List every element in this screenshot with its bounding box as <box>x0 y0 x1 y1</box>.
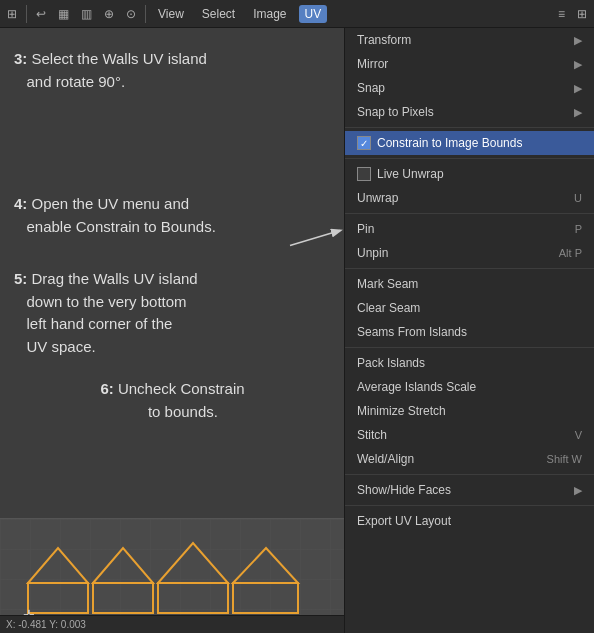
menu-image[interactable]: Image <box>247 5 292 23</box>
menu-item-weld-align-label: Weld/Align <box>357 452 547 466</box>
menu-item-unwrap-label: Unwrap <box>357 191 574 205</box>
menu-item-export-uv[interactable]: Export UV Layout <box>345 509 594 533</box>
menu-item-snap-to-pixels-label: Snap to Pixels <box>357 105 574 119</box>
menu-item-seams-from-islands-label: Seams From Islands <box>357 325 582 339</box>
menu-item-snap-label: Snap <box>357 81 574 95</box>
instruction-4: 4: Open the UV menu and enable Constrain… <box>14 193 331 238</box>
toolbar-separator-2 <box>145 5 146 23</box>
menu-checkbox-constrain <box>357 136 371 150</box>
svg-rect-7 <box>158 583 228 613</box>
step-6-text: Uncheck Constrain to bounds. <box>118 380 245 420</box>
menu-item-clear-seam[interactable]: Clear Seam <box>345 296 594 320</box>
menu-item-average-islands-scale[interactable]: Average Islands Scale <box>345 375 594 399</box>
step-4-label: 4: <box>14 195 27 212</box>
coordinates: X: -0.481 Y: 0.003 <box>6 619 86 630</box>
menu-item-transform-label: Transform <box>357 33 574 47</box>
menu-select[interactable]: Select <box>196 5 241 23</box>
toolbar-icon-zoom[interactable]: ⊕ <box>101 7 117 21</box>
menu-item-mirror[interactable]: Mirror ▶ <box>345 52 594 76</box>
menu-uv[interactable]: UV <box>299 5 328 23</box>
menu-item-stitch-shortcut: V <box>575 429 582 441</box>
svg-marker-4 <box>93 548 153 583</box>
toolbar-icon-view[interactable]: ▦ <box>55 7 72 21</box>
svg-rect-5 <box>93 583 153 613</box>
menu-item-average-islands-scale-label: Average Islands Scale <box>357 380 582 394</box>
menu-item-weld-align[interactable]: Weld/Align Shift W <box>345 447 594 471</box>
menu-item-transform-arrow: ▶ <box>574 34 582 47</box>
toolbar-icon-mode[interactable]: ▥ <box>78 7 95 21</box>
menu-item-stitch-label: Stitch <box>357 428 575 442</box>
menu-item-live-unwrap[interactable]: Live Unwrap <box>345 162 594 186</box>
step-3-label: 3: <box>14 50 27 67</box>
menu-item-unwrap-shortcut: U <box>574 192 582 204</box>
toolbar-icon-more[interactable]: ⊞ <box>574 7 590 21</box>
uv-dropdown-menu: Transform ▶ Mirror ▶ Snap ▶ Snap to Pixe… <box>344 28 594 633</box>
toolbar-icon-undo[interactable]: ↩ <box>33 7 49 21</box>
menu-item-pin-shortcut: P <box>575 223 582 235</box>
svg-marker-2 <box>28 548 88 583</box>
svg-rect-9 <box>233 583 298 613</box>
step-3-text: Select the Walls UV island and rotate 90… <box>14 50 207 90</box>
top-toolbar: ⊞ ↩ ▦ ▥ ⊕ ⊙ View Select Image UV ≡ ⊞ <box>0 0 594 28</box>
menu-item-unpin-shortcut: Alt P <box>559 247 582 259</box>
menu-item-constrain-label: Constrain to Image Bounds <box>377 136 582 150</box>
menu-item-show-hide-faces[interactable]: Show/Hide Faces ▶ <box>345 478 594 502</box>
menu-item-snap-arrow: ▶ <box>574 82 582 95</box>
menu-item-seams-from-islands[interactable]: Seams From Islands <box>345 320 594 344</box>
menu-item-export-uv-label: Export UV Layout <box>357 514 582 528</box>
menu-item-stitch[interactable]: Stitch V <box>345 423 594 447</box>
coords-bar: X: -0.481 Y: 0.003 <box>0 615 345 633</box>
menu-item-show-hide-faces-label: Show/Hide Faces <box>357 483 574 497</box>
menu-item-snap[interactable]: Snap ▶ <box>345 76 594 100</box>
menu-item-pin-label: Pin <box>357 222 575 236</box>
svg-rect-3 <box>28 583 88 613</box>
toolbar-icon-pivot[interactable]: ⊙ <box>123 7 139 21</box>
menu-item-minimize-stretch[interactable]: Minimize Stretch <box>345 399 594 423</box>
instruction-6: 6: Uncheck Constrain to bounds. <box>14 378 331 423</box>
menu-item-weld-align-shortcut: Shift W <box>547 453 582 465</box>
menu-item-constrain[interactable]: Constrain to Image Bounds <box>345 131 594 155</box>
menu-sep-1 <box>345 127 594 128</box>
uv-house-shapes: ✛ <box>8 528 338 623</box>
menu-item-live-unwrap-label: Live Unwrap <box>377 167 582 181</box>
step-4-text: Open the UV menu and enable Constrain to… <box>14 195 216 235</box>
menu-sep-3 <box>345 213 594 214</box>
menu-item-pack-islands[interactable]: Pack Islands <box>345 351 594 375</box>
toolbar-separator-1 <box>26 5 27 23</box>
menu-item-snap-to-pixels-arrow: ▶ <box>574 106 582 119</box>
step-5-text: Drag the Walls UV island down to the ver… <box>14 270 198 355</box>
menu-sep-2 <box>345 158 594 159</box>
menu-sep-5 <box>345 347 594 348</box>
menu-item-mark-seam-label: Mark Seam <box>357 277 582 291</box>
svg-marker-8 <box>233 548 298 583</box>
step-5-label: 5: <box>14 270 27 287</box>
menu-view[interactable]: View <box>152 5 190 23</box>
menu-item-minimize-stretch-label: Minimize Stretch <box>357 404 582 418</box>
menu-item-unpin-label: Unpin <box>357 246 559 260</box>
menu-sep-7 <box>345 505 594 506</box>
menu-item-show-hide-faces-arrow: ▶ <box>574 484 582 497</box>
instruction-3: 3: Select the Walls UV island and rotate… <box>14 48 331 93</box>
svg-marker-6 <box>158 543 228 583</box>
menu-item-pin[interactable]: Pin P <box>345 217 594 241</box>
toolbar-icon-editor[interactable]: ⊞ <box>4 7 20 21</box>
menu-item-pack-islands-label: Pack Islands <box>357 356 582 370</box>
menu-item-snap-to-pixels[interactable]: Snap to Pixels ▶ <box>345 100 594 124</box>
step-6-label: 6: <box>100 380 113 397</box>
toolbar-icon-settings[interactable]: ≡ <box>555 7 568 21</box>
main-area: 3: Select the Walls UV island and rotate… <box>0 28 594 633</box>
menu-checkbox-live-unwrap <box>357 167 371 181</box>
menu-item-mirror-arrow: ▶ <box>574 58 582 71</box>
instruction-5: 5: Drag the Walls UV island down to the … <box>14 268 331 358</box>
menu-sep-6 <box>345 474 594 475</box>
menu-item-unpin[interactable]: Unpin Alt P <box>345 241 594 265</box>
instructions-panel: 3: Select the Walls UV island and rotate… <box>0 28 345 633</box>
menu-item-mirror-label: Mirror <box>357 57 574 71</box>
menu-item-unwrap[interactable]: Unwrap U <box>345 186 594 210</box>
menu-item-clear-seam-label: Clear Seam <box>357 301 582 315</box>
menu-sep-4 <box>345 268 594 269</box>
menu-item-transform[interactable]: Transform ▶ <box>345 28 594 52</box>
menu-item-mark-seam[interactable]: Mark Seam <box>345 272 594 296</box>
